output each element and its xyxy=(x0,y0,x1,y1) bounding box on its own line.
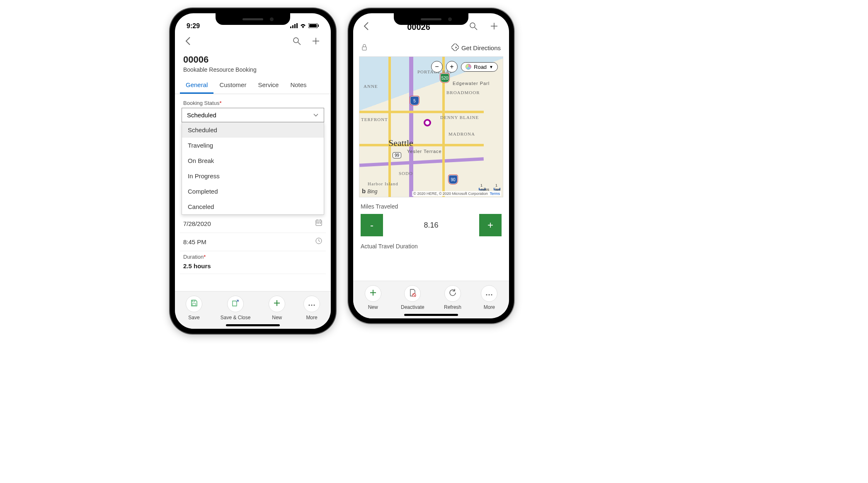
map-marker-icon xyxy=(424,119,431,126)
more-button[interactable]: More xyxy=(303,296,320,320)
booking-status-dropdown: Scheduled Traveling On Break In Progress… xyxy=(182,122,324,215)
actual-travel-duration-label: Actual Travel Duration xyxy=(353,239,509,250)
date-field[interactable]: 7/28/2020 xyxy=(180,215,326,233)
more-button[interactable]: More xyxy=(481,285,497,310)
tab-notes[interactable]: Notes xyxy=(284,77,312,94)
map-label: Yesler Terrace xyxy=(407,149,442,154)
bing-logo: Bing xyxy=(362,187,377,194)
plus-icon xyxy=(369,289,377,299)
map-label: Edgewater Parl xyxy=(453,81,490,86)
get-directions-button[interactable]: Get Directions xyxy=(451,44,501,52)
map-city-label: Seattle xyxy=(388,138,413,148)
map-attribution: © 2020 HERE, © 2020 Microsoft Corporatio… xyxy=(412,191,501,196)
new-button[interactable]: New xyxy=(365,285,381,310)
svg-rect-33 xyxy=(451,44,459,51)
map-zoom-in-button[interactable]: + xyxy=(446,61,458,73)
status-time: 9:29 xyxy=(187,22,200,30)
svg-point-26 xyxy=(311,304,313,306)
save-button[interactable]: Save xyxy=(186,296,202,320)
svg-point-40 xyxy=(491,294,492,295)
record-title: 00006 xyxy=(183,54,322,65)
map-label: Harbor Island xyxy=(368,181,398,186)
new-button[interactable]: New xyxy=(269,296,285,320)
decrement-button[interactable]: - xyxy=(361,214,383,236)
svg-point-27 xyxy=(314,304,315,306)
home-indicator[interactable] xyxy=(226,324,280,326)
search-icon[interactable] xyxy=(289,35,304,49)
duration-label: Duration* xyxy=(180,251,326,261)
add-icon[interactable] xyxy=(308,35,323,49)
booking-status-value: Scheduled xyxy=(187,112,216,119)
map-label: BROADMOOR xyxy=(446,90,480,95)
svg-line-29 xyxy=(475,27,477,30)
time-field[interactable]: 8:45 PM xyxy=(180,233,326,251)
home-indicator[interactable] xyxy=(404,314,458,316)
lock-icon xyxy=(361,44,367,52)
map-terms-link[interactable]: Terms xyxy=(490,192,500,196)
tab-bar: General Customer Service Notes xyxy=(175,77,331,94)
save-icon xyxy=(190,299,198,309)
map-zoom-out-button[interactable]: − xyxy=(431,61,443,73)
caret-down-icon: ▼ xyxy=(489,65,493,69)
map-view[interactable]: PORTAGE BAY BROADMOOR DENNY BLAINE MADRO… xyxy=(359,56,503,197)
route-shield: 99 xyxy=(393,152,401,158)
save-close-icon xyxy=(231,299,240,309)
increment-button[interactable]: + xyxy=(479,214,502,236)
back-button[interactable] xyxy=(361,19,371,35)
back-button[interactable] xyxy=(182,34,193,50)
plus-icon xyxy=(273,299,281,309)
save-close-button[interactable]: Save & Close xyxy=(221,296,251,320)
svg-point-25 xyxy=(309,304,310,306)
calendar-icon xyxy=(315,219,322,228)
miles-traveled-label: Miles Traveled xyxy=(361,203,502,210)
tab-customer[interactable]: Customer xyxy=(213,77,252,94)
svg-point-39 xyxy=(489,294,490,295)
status-option-traveling[interactable]: Traveling xyxy=(182,138,324,153)
svg-rect-32 xyxy=(362,47,366,50)
chevron-down-icon xyxy=(313,112,319,119)
add-icon[interactable] xyxy=(487,20,502,34)
deactivate-button[interactable]: Deactivate xyxy=(401,285,424,310)
svg-rect-22 xyxy=(192,303,196,306)
map-view-mode-select[interactable]: Road ▼ xyxy=(461,62,498,72)
time-value: 8:45 PM xyxy=(183,238,206,245)
directions-icon xyxy=(451,44,459,52)
status-option-on-break[interactable]: On Break xyxy=(182,153,324,168)
map-label: MADRONA xyxy=(449,131,475,136)
svg-point-38 xyxy=(486,294,487,295)
clock-icon xyxy=(315,237,322,247)
map-label: SODO xyxy=(399,171,413,176)
status-option-canceled[interactable]: Canceled xyxy=(182,199,324,214)
svg-rect-6 xyxy=(318,24,319,27)
svg-rect-5 xyxy=(309,24,317,27)
svg-rect-2 xyxy=(294,24,296,28)
svg-rect-0 xyxy=(290,27,291,28)
record-subtitle: Bookable Resource Booking xyxy=(183,66,322,73)
duration-value[interactable]: 2.5 hours xyxy=(180,261,326,274)
svg-rect-17 xyxy=(320,223,321,223)
miles-traveled-value[interactable]: 8.16 xyxy=(383,214,479,236)
action-bar: Save Save & Close New xyxy=(175,291,331,329)
date-value: 7/28/2020 xyxy=(183,220,211,227)
svg-point-28 xyxy=(470,23,475,28)
status-option-in-progress[interactable]: In Progress xyxy=(182,168,324,184)
wifi-icon xyxy=(300,22,306,30)
highway-shield: 5 xyxy=(410,96,419,105)
map-label: TERFRONT xyxy=(361,117,388,122)
more-icon xyxy=(485,289,493,298)
status-option-scheduled[interactable]: Scheduled xyxy=(182,122,324,138)
tab-service[interactable]: Service xyxy=(252,77,284,94)
refresh-icon xyxy=(449,289,456,299)
refresh-button[interactable]: Refresh xyxy=(444,285,461,310)
status-option-completed[interactable]: Completed xyxy=(182,184,324,199)
signal-icon xyxy=(290,22,298,30)
action-bar: New Deactivate Refresh xyxy=(353,281,509,318)
phone-right: 00026 Get Dire xyxy=(348,8,514,323)
map-scale: 1 miles 1 km xyxy=(479,188,500,190)
battery-icon xyxy=(308,22,319,30)
tab-general[interactable]: General xyxy=(180,77,213,94)
search-icon[interactable] xyxy=(466,20,481,34)
svg-rect-1 xyxy=(292,25,293,28)
svg-line-20 xyxy=(319,241,320,242)
booking-status-select[interactable]: Scheduled xyxy=(182,108,324,122)
